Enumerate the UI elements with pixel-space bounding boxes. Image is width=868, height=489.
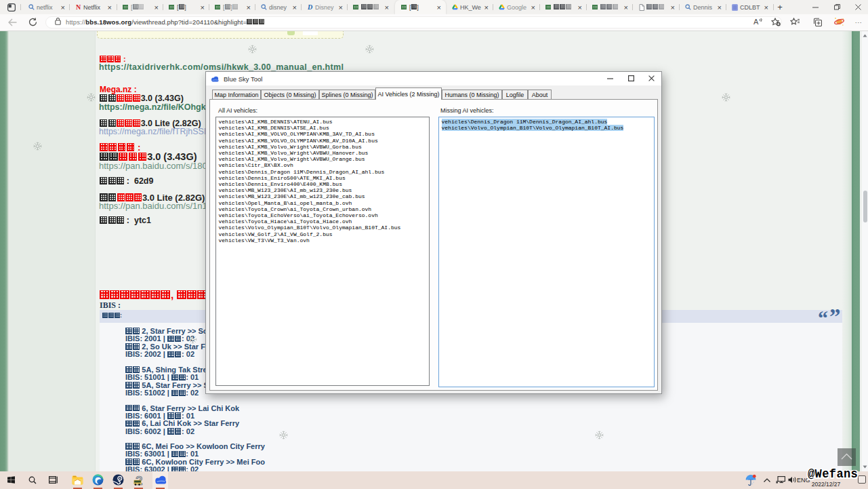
- svg-text:A: A: [753, 18, 759, 26]
